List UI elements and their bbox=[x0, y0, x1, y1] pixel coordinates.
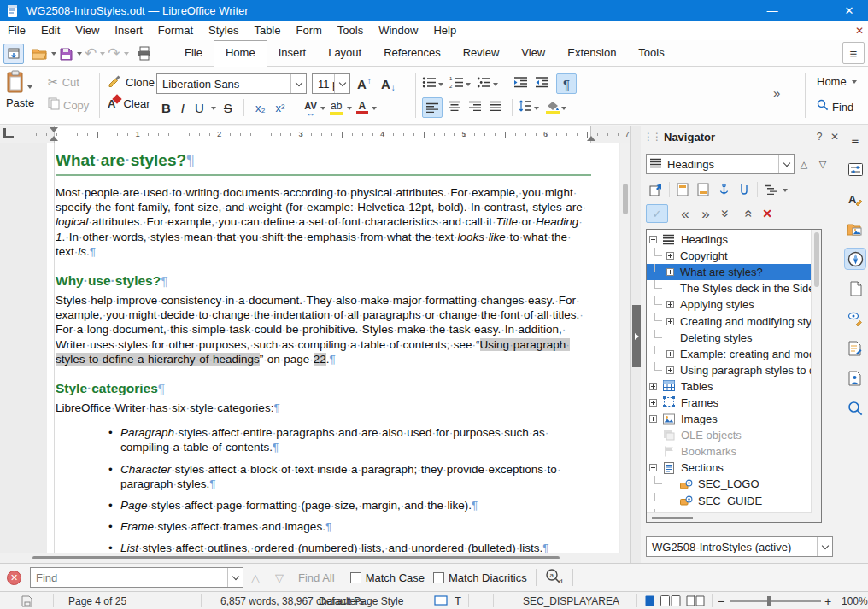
grow-font-button[interactable]: A↑ bbox=[357, 73, 372, 94]
menu-item-view[interactable]: View bbox=[67, 21, 107, 40]
sidebar-splitter[interactable] bbox=[630, 126, 641, 563]
navigator-tree-row[interactable]: SEC_GUIDE bbox=[647, 493, 812, 509]
find-all-button[interactable]: Find All bbox=[298, 571, 335, 584]
navigator-tree-row[interactable]: What are styles? bbox=[647, 264, 812, 280]
subscript-button[interactable]: x₂ bbox=[255, 102, 266, 114]
save-dropdown-caret[interactable] bbox=[77, 52, 82, 58]
navigator-tree-row[interactable]: Images bbox=[647, 411, 812, 427]
menu-item-help[interactable]: Help bbox=[425, 21, 464, 40]
tab-view[interactable]: View bbox=[510, 40, 556, 67]
menu-item-table[interactable]: Table bbox=[246, 21, 288, 40]
menu-item-insert[interactable]: Insert bbox=[107, 21, 150, 40]
tab-file[interactable]: File bbox=[173, 40, 214, 67]
sidebar-tab-find[interactable] bbox=[844, 397, 866, 419]
match-case-checkbox[interactable] bbox=[350, 572, 361, 583]
close-find-bar-icon[interactable]: ✕ bbox=[7, 571, 21, 585]
save-icon[interactable] bbox=[59, 47, 73, 61]
notebookbar-menu-icon[interactable] bbox=[3, 44, 24, 64]
numbered-list-icon[interactable]: 12 bbox=[449, 76, 464, 92]
sidebar-tab-styles[interactable]: A bbox=[844, 188, 866, 210]
navigator-tree-row[interactable]: Applying styles bbox=[647, 296, 812, 313]
close-window-button[interactable]: ✕ bbox=[830, 0, 868, 21]
next-heading-button[interactable]: ▽ bbox=[813, 159, 832, 170]
toggle-master-view-icon[interactable] bbox=[646, 180, 666, 199]
page-style-status[interactable]: Default Page Style bbox=[319, 595, 403, 607]
horizontal-ruler[interactable]: 1234567 bbox=[0, 126, 630, 143]
section-status[interactable]: SEC_DISPLAYAREA bbox=[523, 595, 619, 607]
minimize-button[interactable]: — bbox=[754, 0, 791, 21]
highlight-color-caret[interactable] bbox=[347, 107, 352, 113]
navigator-tree-row[interactable]: Example: creating and mod bbox=[647, 346, 812, 362]
navigator-document-caret[interactable] bbox=[817, 537, 832, 556]
undo-dropdown-caret[interactable] bbox=[100, 52, 105, 58]
superscript-button[interactable]: x² bbox=[275, 102, 284, 114]
expander-plus-icon[interactable] bbox=[649, 415, 657, 423]
underline-button[interactable]: U bbox=[195, 101, 204, 115]
menu-item-window[interactable]: Window bbox=[371, 21, 425, 40]
clear-formatting-button[interactable]: A Clear bbox=[108, 97, 150, 110]
redo-dropdown-caret[interactable] bbox=[124, 52, 129, 58]
navigator-tree-row[interactable]: Frames bbox=[647, 395, 812, 411]
bullet-list-icon[interactable] bbox=[422, 76, 437, 92]
vertical-scrollbar[interactable] bbox=[620, 143, 630, 553]
sidebar-hide-handle[interactable] bbox=[632, 305, 641, 367]
copy-button[interactable]: Copy bbox=[48, 97, 89, 114]
content-navigation-view-toggle[interactable]: ✓ bbox=[646, 204, 668, 223]
tab-references[interactable]: References bbox=[372, 40, 451, 67]
navigator-tree-row[interactable]: SEC_LOGO bbox=[647, 476, 812, 492]
expander-plus-icon[interactable] bbox=[666, 301, 674, 308]
navigator-tree-row[interactable]: Copyright bbox=[647, 248, 812, 264]
print-icon[interactable] bbox=[137, 46, 152, 61]
paragraph-background-icon[interactable] bbox=[546, 102, 560, 114]
demote-level-icon[interactable]: » bbox=[695, 204, 716, 223]
line-spacing-icon[interactable] bbox=[519, 100, 532, 115]
shrink-font-button[interactable]: A↓ bbox=[381, 73, 396, 94]
right-indent-marker[interactable] bbox=[587, 136, 595, 141]
sidebar-tab-gallery[interactable] bbox=[844, 218, 866, 240]
numbered-list-caret[interactable] bbox=[466, 83, 471, 89]
zoom-in-button[interactable]: + bbox=[824, 595, 831, 607]
menu-item-form[interactable]: Form bbox=[288, 21, 329, 40]
expander-minus-icon[interactable] bbox=[649, 464, 657, 471]
menu-item-format[interactable]: Format bbox=[150, 21, 201, 40]
first-line-indent-marker[interactable] bbox=[50, 127, 58, 132]
menu-item-edit[interactable]: Edit bbox=[33, 21, 67, 40]
strikethrough-button[interactable]: S bbox=[224, 101, 232, 115]
close-document-icon[interactable]: ✕ bbox=[855, 23, 864, 38]
paragraph-background-caret[interactable] bbox=[561, 107, 566, 113]
menu-hamburger-icon[interactable]: ≡ bbox=[842, 42, 865, 64]
open-icon[interactable] bbox=[32, 47, 48, 61]
find-toolbar-button[interactable]: Find bbox=[817, 99, 853, 114]
menu-item-styles[interactable]: Styles bbox=[201, 21, 246, 40]
zoom-slider[interactable] bbox=[730, 600, 821, 602]
anchor-text-icon[interactable] bbox=[713, 180, 734, 199]
navigator-tree-row[interactable]: The Styles deck in the Sideb bbox=[647, 280, 812, 296]
heading-levels-icon[interactable] bbox=[760, 180, 781, 199]
font-color-caret[interactable] bbox=[372, 107, 377, 113]
tab-extension[interactable]: Extension bbox=[556, 40, 627, 67]
paste-dropdown-caret[interactable] bbox=[27, 85, 32, 91]
promote-chapter-icon[interactable]: » bbox=[717, 203, 736, 224]
find-next-icon[interactable]: ▽ bbox=[275, 571, 284, 584]
expander-plus-icon[interactable] bbox=[666, 366, 674, 374]
navigator-tree-row[interactable]: Creating and modifying styl bbox=[647, 313, 812, 329]
sidebar-tab-page[interactable] bbox=[844, 278, 866, 300]
match-diacritics-checkbox[interactable] bbox=[433, 572, 444, 583]
font-color-button[interactable]: A bbox=[356, 101, 368, 114]
highlight-color-button[interactable]: ab bbox=[330, 100, 343, 115]
expander-plus-icon[interactable] bbox=[666, 268, 674, 276]
horizontal-scrollbar[interactable] bbox=[0, 553, 630, 563]
expander-plus-icon[interactable] bbox=[649, 399, 657, 407]
tab-home[interactable]: Home bbox=[214, 40, 267, 67]
zoom-level-status[interactable]: 100% bbox=[842, 595, 868, 607]
paste-button[interactable]: Paste bbox=[5, 70, 35, 109]
find-input[interactable] bbox=[31, 571, 227, 584]
previous-heading-button[interactable]: △ bbox=[795, 159, 813, 170]
tree-hscroll-thumb[interactable] bbox=[652, 517, 693, 519]
vertical-scrollbar-thumb[interactable] bbox=[623, 184, 628, 214]
font-name-caret[interactable] bbox=[290, 74, 306, 93]
navigator-tree-row[interactable]: Using paragraph styles to d bbox=[647, 362, 812, 378]
navigator-close-button[interactable]: ✕ bbox=[827, 131, 842, 143]
sidebar-settings-icon[interactable]: ≡ bbox=[844, 128, 866, 150]
tree-horizontal-scrollbar[interactable] bbox=[647, 512, 812, 522]
